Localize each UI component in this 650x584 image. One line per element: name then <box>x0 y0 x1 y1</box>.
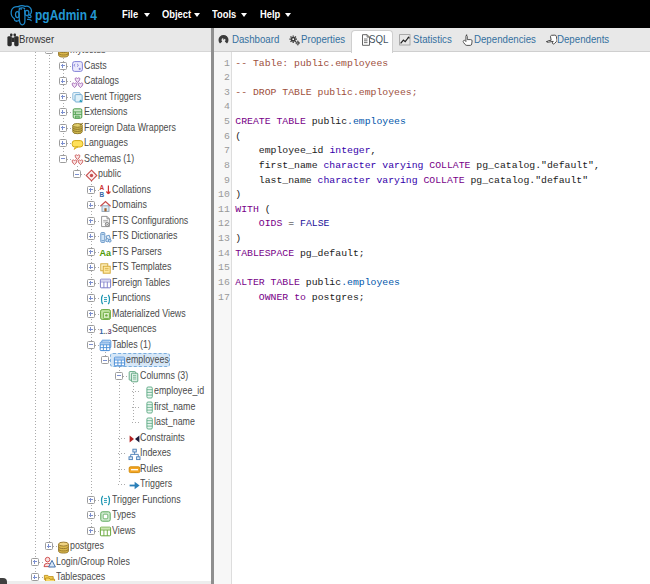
svg-text:Aa: Aa <box>99 248 111 258</box>
svg-text:B: B <box>100 191 105 197</box>
svg-text:1..3: 1..3 <box>99 326 111 335</box>
